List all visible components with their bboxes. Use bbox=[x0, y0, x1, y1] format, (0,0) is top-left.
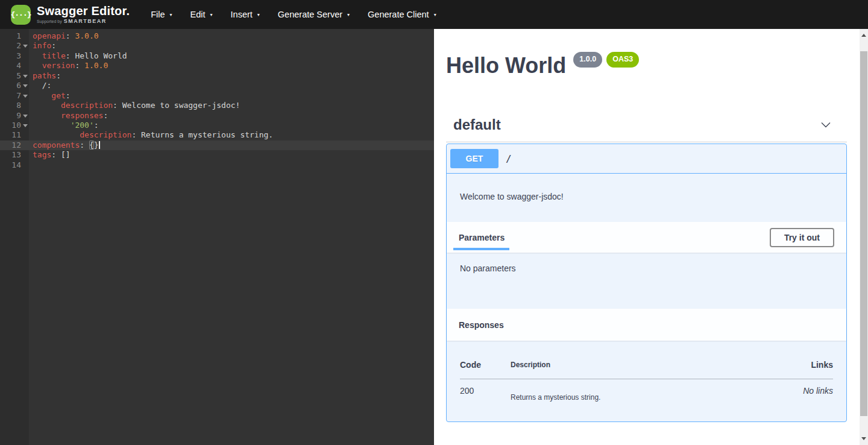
line-number: 1 bbox=[0, 31, 29, 41]
tag-name: default bbox=[453, 117, 501, 133]
oas3-badge: OAS3 bbox=[606, 52, 639, 68]
tab-parameters[interactable]: Parameters bbox=[459, 233, 505, 242]
editor-line-9[interactable]: 9 responses: bbox=[0, 111, 434, 121]
editor-line-4[interactable]: 4 version: 1.0.0 bbox=[0, 61, 434, 71]
menu-file[interactable]: File▾ bbox=[142, 0, 181, 29]
operation-path: / bbox=[506, 153, 512, 165]
try-it-out-button[interactable]: Try it out bbox=[770, 228, 834, 247]
code-line-content: paths: bbox=[29, 71, 434, 81]
opblock-summary[interactable]: GET / bbox=[447, 144, 846, 174]
fold-caret-icon[interactable] bbox=[23, 45, 28, 48]
line-number: 12 bbox=[0, 140, 29, 150]
menu-label: Insert bbox=[231, 10, 253, 19]
col-header-description: Description bbox=[511, 353, 755, 379]
line-number: 5 bbox=[0, 71, 29, 81]
code-line-content: '200': bbox=[29, 121, 434, 130]
scrollbar-thumb[interactable] bbox=[860, 51, 867, 416]
code-line-content: /: bbox=[29, 81, 434, 90]
line-number: 7 bbox=[0, 91, 29, 101]
operation-description: Welcome to swagger-jsdoc! bbox=[447, 174, 846, 222]
menu-insert[interactable]: Insert▾ bbox=[222, 0, 269, 29]
fold-caret-icon[interactable] bbox=[23, 115, 28, 118]
line-number: 4 bbox=[0, 61, 29, 71]
fold-caret-icon[interactable] bbox=[23, 84, 28, 87]
code-line-content: openapi: 3.0.0 bbox=[29, 31, 434, 41]
col-header-code: Code bbox=[460, 353, 511, 379]
menu-label: Generate Client bbox=[368, 10, 429, 19]
parameters-section-header: Parameters Try it out bbox=[447, 222, 846, 253]
editor-line-3[interactable]: 3 title: Hello World bbox=[0, 51, 434, 61]
editor-line-10[interactable]: 10 '200': bbox=[0, 121, 434, 130]
preview-content: Hello World 1.0.0 OAS3 default GET bbox=[434, 29, 860, 422]
code-editor[interactable]: 1openapi: 3.0.02info:3 title: Hello Worl… bbox=[0, 29, 434, 445]
code-line-content: title: Hello World bbox=[29, 51, 434, 61]
fold-caret-icon[interactable] bbox=[23, 75, 28, 78]
line-number: 6 bbox=[0, 81, 29, 90]
line-number: 3 bbox=[0, 51, 29, 61]
menu-label: File bbox=[151, 10, 165, 19]
scroll-down-arrow-icon[interactable] bbox=[861, 437, 866, 440]
response-description: Returns a mysterious string. bbox=[511, 379, 755, 403]
line-number: 2 bbox=[0, 41, 29, 51]
fold-caret-icon[interactable] bbox=[23, 95, 28, 98]
response-links: No links bbox=[755, 379, 833, 403]
menu-generate-client[interactable]: Generate Client▾ bbox=[359, 0, 445, 29]
editor-line-14[interactable]: 14 bbox=[0, 160, 434, 170]
main-split: 1openapi: 3.0.02info:3 title: Hello Worl… bbox=[0, 29, 868, 445]
code-line-content: get: bbox=[29, 91, 434, 101]
editor-line-6[interactable]: 6 /: bbox=[0, 81, 434, 90]
responses-rows: 200Returns a mysterious string.No links bbox=[460, 379, 833, 403]
logo-braces-glyph: {···} bbox=[10, 10, 31, 19]
editor-line-1[interactable]: 1openapi: 3.0.0 bbox=[0, 31, 434, 41]
logo-subtitle: Supported bySMARTBEAR bbox=[37, 18, 130, 24]
topbar: {···} Swagger Editor. Supported bySMARTB… bbox=[0, 0, 868, 29]
scroll-up-arrow-icon[interactable] bbox=[861, 34, 866, 37]
topbar-menus: File▾Edit▾Insert▾Generate Server▾Generat… bbox=[142, 0, 445, 29]
code-line-content: description: Welcome to swagger-jsdoc! bbox=[29, 101, 434, 110]
responses-table-header-row: Code Description Links bbox=[460, 353, 833, 379]
code-line-content: responses: bbox=[29, 111, 434, 121]
menu-label: Generate Server bbox=[278, 10, 342, 19]
swagger-editor-app: {···} Swagger Editor. Supported bySMARTB… bbox=[0, 0, 868, 445]
responses-table: Code Description Links 200Returns a myst… bbox=[460, 353, 833, 402]
version-badge: 1.0.0 bbox=[573, 52, 602, 68]
code-line-content: info: bbox=[29, 41, 434, 51]
editor-line-7[interactable]: 7 get: bbox=[0, 91, 434, 101]
tag-section-default[interactable]: default bbox=[446, 117, 847, 142]
get-method-badge: GET bbox=[450, 149, 498, 168]
scrollbar[interactable] bbox=[860, 29, 868, 445]
text-cursor bbox=[99, 141, 100, 149]
responses-section-header: Responses bbox=[447, 309, 846, 341]
editor-line-12[interactable]: 12components: {} bbox=[0, 140, 434, 150]
code-line-content: version: 1.0.0 bbox=[29, 61, 434, 71]
menu-edit[interactable]: Edit▾ bbox=[181, 0, 222, 29]
line-number: 11 bbox=[0, 130, 29, 140]
supported-by-label: Supported by bbox=[37, 19, 62, 24]
line-number: 10 bbox=[0, 121, 29, 130]
logo-text: Swagger Editor. Supported bySMARTBEAR bbox=[37, 5, 130, 24]
caret-down-icon: ▾ bbox=[210, 12, 213, 17]
responses-heading: Responses bbox=[459, 320, 504, 330]
menu-generate-server[interactable]: Generate Server▾ bbox=[269, 0, 359, 29]
chevron-down-icon[interactable] bbox=[820, 119, 832, 131]
api-title: Hello World bbox=[446, 54, 566, 77]
no-parameters-text: No parameters bbox=[447, 253, 846, 309]
tab-parameters-label: Parameters bbox=[459, 233, 505, 242]
caret-down-icon: ▾ bbox=[347, 12, 350, 17]
caret-down-icon: ▾ bbox=[257, 12, 260, 17]
editor-lines: 1openapi: 3.0.02info:3 title: Hello Worl… bbox=[0, 29, 434, 170]
editor-line-13[interactable]: 13tags: [] bbox=[0, 150, 434, 160]
editor-line-11[interactable]: 11 description: Returns a mysterious str… bbox=[0, 130, 434, 140]
editor-line-8[interactable]: 8 description: Welcome to swagger-jsdoc! bbox=[0, 101, 434, 110]
swagger-logo-icon: {···} bbox=[11, 5, 31, 25]
opblock-get: GET / Welcome to swagger-jsdoc! Paramete… bbox=[446, 144, 847, 422]
code-line-content: tags: [] bbox=[29, 150, 434, 160]
response-row-200: 200Returns a mysterious string.No links bbox=[460, 379, 833, 403]
caret-down-icon: ▾ bbox=[434, 12, 436, 17]
caret-down-icon: ▾ bbox=[170, 12, 172, 17]
fold-caret-icon[interactable] bbox=[23, 124, 28, 127]
api-info-header: Hello World 1.0.0 OAS3 bbox=[446, 54, 847, 77]
line-number: 13 bbox=[0, 150, 29, 160]
editor-line-2[interactable]: 2info: bbox=[0, 41, 434, 51]
editor-line-5[interactable]: 5paths: bbox=[0, 71, 434, 81]
